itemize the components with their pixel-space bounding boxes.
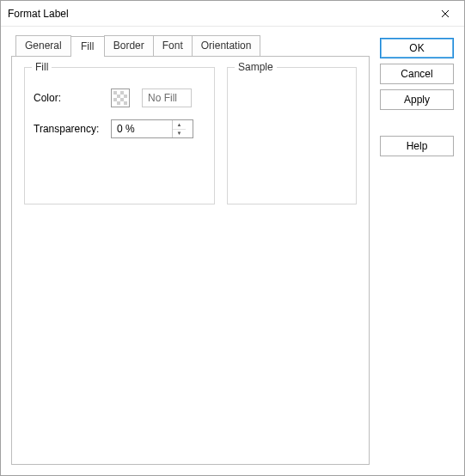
svg-rect-17 — [120, 101, 124, 105]
ok-button[interactable]: OK — [380, 38, 454, 58]
nofill-icon — [113, 91, 127, 105]
close-icon — [441, 9, 450, 18]
tab-orientation[interactable]: Orientation — [192, 35, 261, 56]
apply-button[interactable]: Apply — [380, 89, 454, 110]
svg-rect-7 — [120, 98, 124, 101]
svg-rect-2 — [113, 91, 117, 95]
tab-general[interactable]: General — [15, 35, 71, 56]
sample-legend: Sample — [235, 61, 277, 73]
button-spacer — [380, 115, 454, 131]
transparency-stepper[interactable]: ▲ ▼ — [111, 119, 193, 138]
svg-rect-8 — [117, 101, 120, 105]
tab-border[interactable]: Border — [104, 35, 154, 56]
transparency-row: Transparency: ▲ ▼ — [34, 119, 205, 138]
svg-rect-10 — [117, 91, 120, 95]
svg-rect-4 — [117, 95, 120, 98]
svg-rect-16 — [113, 101, 117, 105]
svg-rect-6 — [113, 98, 117, 101]
transparency-label: Transparency: — [34, 123, 104, 135]
svg-rect-11 — [124, 91, 127, 95]
svg-rect-3 — [120, 91, 124, 95]
close-button[interactable] — [426, 1, 464, 27]
svg-rect-13 — [120, 95, 124, 98]
button-column: OK Cancel Apply Help — [380, 35, 454, 465]
tab-fill[interactable]: Fill — [70, 36, 105, 57]
tab-panel-fill: Fill Color: — [11, 56, 370, 465]
spinner-buttons: ▲ ▼ — [172, 120, 186, 137]
dialog-body: General Fill Border Font Orientation Fil… — [1, 27, 464, 475]
color-row: Color: — [34, 88, 205, 107]
svg-rect-5 — [124, 95, 127, 98]
tabstrip: General Fill Border Font Orientation — [15, 35, 370, 56]
tab-font[interactable]: Font — [153, 35, 193, 56]
titlebar: Format Label — [1, 1, 464, 27]
cancel-button[interactable]: Cancel — [380, 64, 454, 84]
color-picker-button[interactable] — [111, 88, 130, 107]
fill-legend: Fill — [32, 61, 52, 73]
color-label: Color: — [34, 92, 104, 104]
svg-rect-12 — [113, 95, 117, 98]
color-value-display: No Fill — [142, 88, 192, 107]
transparency-input[interactable] — [112, 120, 172, 137]
fill-group: Fill Color: — [24, 67, 215, 204]
svg-rect-14 — [117, 98, 120, 101]
dialog-window: Format Label General Fill Border Font Or… — [0, 0, 465, 476]
left-panel: General Fill Border Font Orientation Fil… — [11, 35, 370, 465]
svg-rect-9 — [124, 101, 127, 105]
window-title: Format Label — [8, 8, 69, 20]
spin-up-button[interactable]: ▲ — [173, 120, 186, 129]
spin-down-button[interactable]: ▼ — [173, 129, 186, 138]
svg-rect-15 — [124, 98, 127, 101]
sample-group: Sample — [227, 67, 357, 204]
help-button[interactable]: Help — [380, 136, 454, 156]
